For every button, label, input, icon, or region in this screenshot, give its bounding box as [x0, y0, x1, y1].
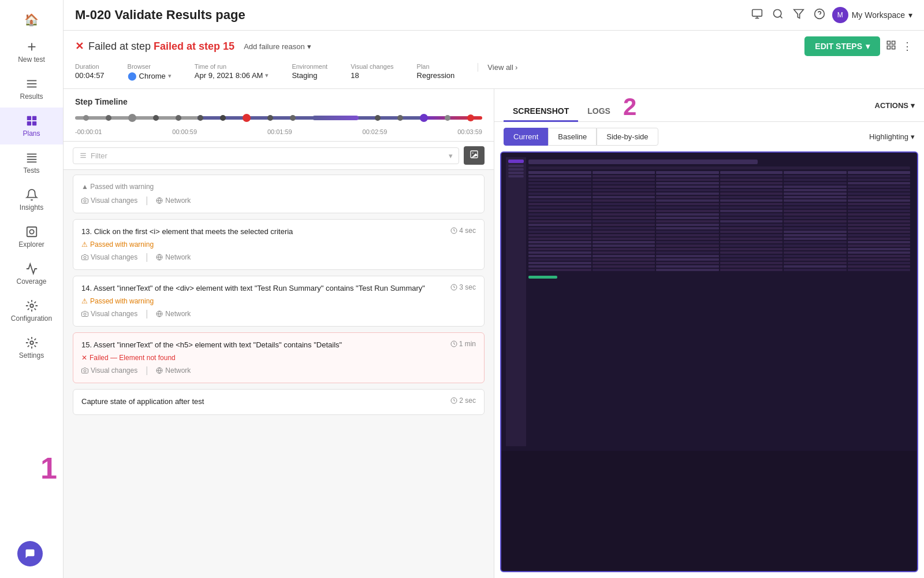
- mock-data-cell: [528, 213, 591, 216]
- sidebar-item-insights[interactable]: Insights: [0, 181, 63, 218]
- search-icon[interactable]: [772, 8, 784, 23]
- svg-rect-7: [27, 121, 31, 125]
- separator-15: |: [146, 365, 148, 376]
- sidebar-item-new-test[interactable]: New test: [0, 34, 63, 71]
- mock-data-cell: [656, 199, 719, 202]
- sidebar-item-coverage[interactable]: Coverage: [0, 255, 63, 292]
- visual-changes-link-13[interactable]: Visual changes: [81, 253, 137, 261]
- visual-changes-link[interactable]: Visual changes: [81, 197, 137, 205]
- view-tabs-row: Current Baseline Side-by-side Highlighti…: [494, 122, 924, 151]
- view-tab-current[interactable]: Current: [504, 128, 548, 146]
- timeline-dot[interactable]: [198, 115, 203, 121]
- monitor-icon[interactable]: [751, 8, 763, 23]
- view-tab-baseline[interactable]: Baseline: [548, 128, 597, 146]
- mock-data-cell: [848, 262, 911, 264]
- timeline-dot[interactable]: [375, 115, 381, 121]
- timeline-dot[interactable]: [128, 114, 136, 122]
- mock-data-cell: [528, 248, 591, 250]
- svg-point-33: [472, 153, 474, 154]
- env-value: Staging: [292, 71, 327, 80]
- timeline-dot[interactable]: [153, 115, 159, 121]
- timeline-dot[interactable]: [397, 115, 403, 121]
- actions-button[interactable]: ACTIONS ▾: [875, 101, 915, 116]
- mock-main: [526, 157, 912, 446]
- step-time-capture: 2 sec: [450, 397, 476, 405]
- timeline-dot[interactable]: [106, 115, 111, 121]
- mock-data-cell: [656, 217, 719, 219]
- sidebar-item-results[interactable]: Results: [0, 71, 63, 108]
- sidebar-item-plans[interactable]: Plans: [0, 108, 63, 144]
- mock-data-cell: [528, 265, 591, 268]
- add-failure-button[interactable]: Add failure reason ▾: [244, 42, 311, 51]
- list-view-button[interactable]: [886, 40, 896, 53]
- main-content: M-020 Validate Results page M My Workspa…: [64, 0, 924, 578]
- highlighting-button[interactable]: Highlighting ▾: [869, 132, 915, 141]
- edit-steps-chevron-icon: ▾: [866, 42, 870, 51]
- timeline-dot[interactable]: [445, 115, 450, 121]
- network-link-13[interactable]: Network: [156, 253, 191, 261]
- sidebar-item-explorer[interactable]: Explorer: [0, 218, 63, 255]
- sidebar-item-settings[interactable]: Settings: [0, 329, 63, 366]
- step-header-15: 15. Assert "innerText" of the <h5> eleme…: [81, 340, 476, 350]
- screenshot-icon-button[interactable]: [464, 146, 485, 165]
- timeline-dot-end[interactable]: [467, 114, 474, 121]
- mock-data-cell: [656, 224, 719, 226]
- visual-changes-link-15[interactable]: Visual changes: [81, 366, 137, 375]
- svg-rect-26: [892, 41, 895, 44]
- sidebar-item-tests[interactable]: Tests: [0, 144, 63, 181]
- filter-icon[interactable]: [793, 8, 804, 23]
- chat-bubble[interactable]: [17, 541, 43, 566]
- timeline-dot[interactable]: [176, 115, 181, 121]
- workspace-button[interactable]: M My Workspace ▾: [832, 7, 912, 23]
- mock-data-cell: [593, 227, 655, 229]
- svg-point-15: [30, 304, 33, 307]
- step-status-13: ⚠ Passed with warning: [81, 240, 476, 249]
- svg-point-38: [84, 256, 86, 258]
- svg-point-34: [84, 199, 86, 202]
- tab-screenshot[interactable]: SCREENSHOT: [504, 102, 578, 122]
- mock-data-cell: [528, 269, 591, 271]
- mock-data-cell: [528, 175, 591, 177]
- mock-data-cell: [720, 192, 783, 195]
- sidebar-item-configuration[interactable]: Configuration: [0, 292, 63, 329]
- mock-data-cell: [784, 258, 847, 261]
- timeline-dot-blue[interactable]: [420, 114, 428, 122]
- meta-duration: Duration 00:04:57: [75, 63, 105, 80]
- timeline-dot[interactable]: [312, 116, 359, 120]
- network-link-15[interactable]: Network: [156, 366, 191, 375]
- mock-data-cell: [784, 238, 847, 240]
- view-all-link[interactable]: View all ›: [487, 63, 517, 72]
- more-options-button[interactable]: ⋮: [902, 40, 912, 53]
- mock-data-cell: [656, 255, 719, 257]
- mock-data-cell: [656, 251, 719, 254]
- filter-placeholder: Filter: [91, 151, 107, 160]
- warn-icon-14: ⚠: [81, 297, 88, 305]
- edit-steps-button[interactable]: EDIT STEPS ▾: [804, 36, 880, 56]
- step-title-capture: Capture state of application after test: [81, 397, 446, 407]
- timeline-dot[interactable]: [290, 115, 296, 121]
- mock-data-cell: [593, 186, 655, 188]
- timeline-dot[interactable]: [220, 115, 226, 121]
- visual-changes-link-14[interactable]: Visual changes: [81, 310, 137, 318]
- network-icon-13: [156, 254, 163, 261]
- network-link-14[interactable]: Network: [156, 310, 191, 318]
- network-link[interactable]: Network: [156, 197, 191, 205]
- mock-data-cell: [720, 175, 783, 177]
- mock-data-row: [528, 189, 910, 191]
- mock-data-cell: [720, 241, 783, 243]
- mock-data-cell: [784, 241, 847, 243]
- timeline-dot-red[interactable]: [243, 114, 251, 122]
- visual-changes-label: Visual changes: [91, 197, 137, 205]
- sidebar-item-home[interactable]: 🏠: [0, 6, 63, 34]
- tab-logs[interactable]: LOGS: [578, 102, 620, 122]
- filter-input[interactable]: Filter ▾: [73, 147, 459, 164]
- step-status-14: ⚠ Passed with warning: [81, 297, 476, 305]
- clock-icon-15: [450, 340, 457, 347]
- timeline-dot[interactable]: [83, 115, 89, 121]
- step-header-14: 14. Assert "innerText" of the <div> elem…: [81, 283, 476, 294]
- help-icon[interactable]: [814, 8, 825, 23]
- view-tab-sidebyside[interactable]: Side-by-side: [597, 128, 658, 146]
- page-title: M-020 Validate Results page: [75, 8, 245, 23]
- timeline-dot[interactable]: [267, 115, 273, 121]
- mock-data-cell: [848, 217, 911, 219]
